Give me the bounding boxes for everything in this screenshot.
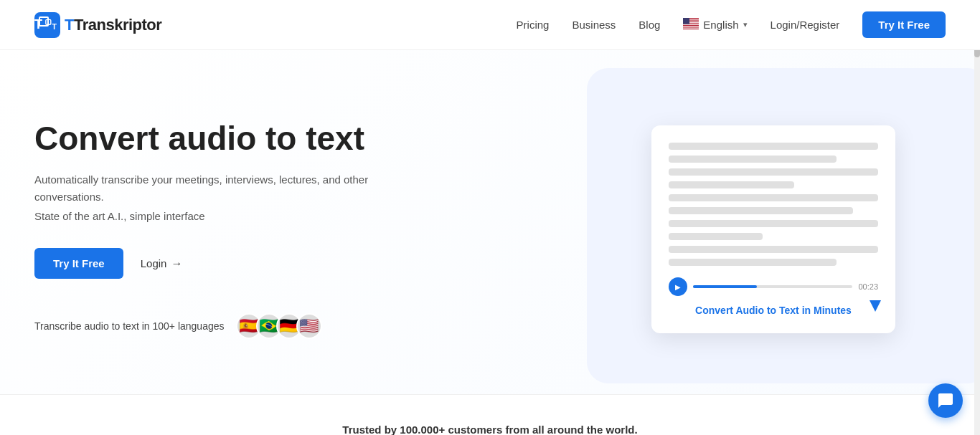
text-line-8	[669, 233, 763, 240]
trusted-section: Trusted by 100.000+ customers from all a…	[0, 394, 980, 435]
flags-container: 🇪🇸 🇧🇷 🇩🇪 🇺🇸	[236, 313, 322, 339]
language-label: English	[703, 19, 738, 31]
text-line-5	[669, 194, 878, 201]
text-line-7	[669, 220, 878, 227]
nav-business[interactable]: Business	[572, 19, 616, 31]
svg-text:T: T	[52, 22, 57, 31]
languages-text: Transcribe audio to text in 100+ languag…	[34, 320, 225, 332]
nav-blog[interactable]: Blog	[639, 19, 660, 31]
svg-rect-8	[683, 26, 699, 27]
text-line-2	[669, 156, 837, 163]
hero-subtitle-1: Automatically transcribe your meetings, …	[34, 171, 407, 206]
hero-right: ▶ 00:23 Convert Audio to Text in Minutes	[601, 125, 946, 333]
logo-text: TTranskriptor	[65, 16, 161, 34]
text-line-9	[669, 246, 878, 253]
hero-subtitle-2: State of the art A.I., simple interface	[34, 210, 407, 222]
navbar: T TTranskriptor Pricing Business Blog	[0, 0, 980, 50]
flag-usa: 🇺🇸	[296, 313, 322, 339]
us-flag-icon	[683, 18, 699, 32]
progress-fill	[693, 285, 757, 288]
nav-try-free-button[interactable]: Try It Free	[862, 11, 946, 38]
text-line-4	[669, 181, 794, 188]
text-line-3	[669, 168, 878, 176]
nav-login-register[interactable]: Login/Register	[771, 19, 840, 31]
hero-title: Convert audio to text	[34, 120, 407, 158]
audio-controls: ▶ 00:23	[669, 277, 878, 296]
time-display: 00:23	[858, 282, 878, 291]
hero-try-free-button[interactable]: Try It Free	[34, 248, 123, 279]
trusted-text: Trusted by 100.000+ customers from all a…	[34, 424, 946, 435]
svg-rect-0	[42, 16, 60, 34]
nav-links: Pricing Business Blog English ▾ Login/Re…	[517, 11, 946, 38]
login-label: Login	[141, 257, 167, 269]
chat-bubble-button[interactable]	[928, 383, 963, 418]
svg-rect-9	[683, 28, 699, 29]
text-lines	[669, 143, 878, 266]
chevron-down-icon: ▾	[743, 20, 748, 29]
text-line-1	[669, 143, 878, 150]
hero-login-button[interactable]: Login →	[141, 257, 183, 270]
nav-pricing[interactable]: Pricing	[517, 19, 550, 31]
logo-icon: T	[34, 12, 60, 38]
text-line-10	[669, 259, 837, 266]
text-line-6	[669, 207, 853, 214]
hero-actions: Try It Free Login →	[34, 248, 407, 279]
hero-left: Convert audio to text Automatically tran…	[34, 120, 407, 340]
languages-row: Transcribe audio to text in 100+ languag…	[34, 313, 407, 339]
illustration-card: ▶ 00:23 Convert Audio to Text in Minutes	[651, 125, 895, 333]
cursor-arrow-icon	[870, 300, 881, 312]
svg-rect-10	[683, 18, 689, 24]
progress-bar	[693, 285, 852, 288]
scrollbar[interactable]	[974, 0, 980, 435]
nav-language-selector[interactable]: English ▾	[683, 18, 747, 32]
hero-section: Convert audio to text Automatically tran…	[0, 50, 980, 394]
play-button[interactable]: ▶	[669, 277, 687, 296]
logo[interactable]: T TTranskriptor	[34, 12, 161, 38]
arrow-right-icon: →	[171, 257, 182, 270]
svg-rect-7	[683, 24, 699, 25]
illustration-label: Convert Audio to Text in Minutes	[669, 305, 878, 316]
